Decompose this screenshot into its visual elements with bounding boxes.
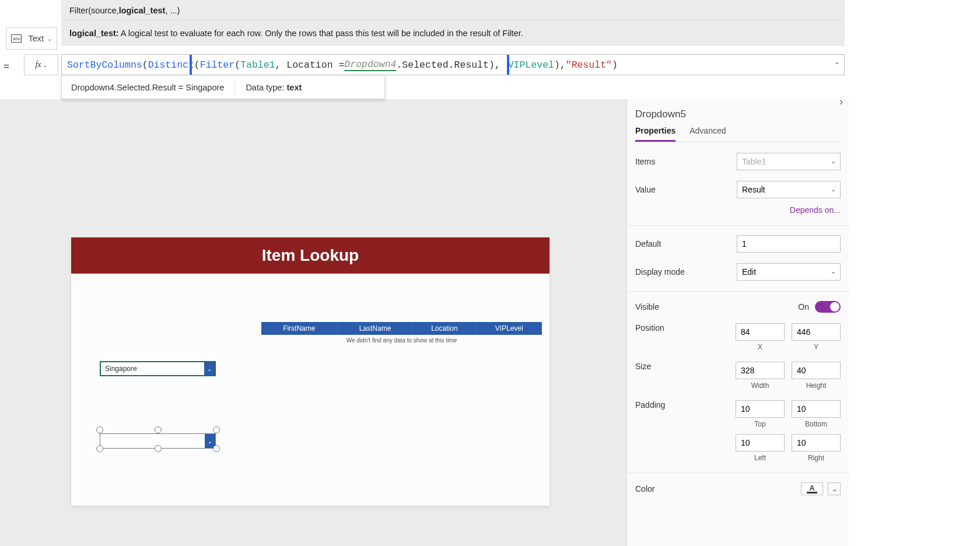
chevron-down-icon: ⌄ bbox=[47, 36, 52, 42]
visible-toggle[interactable] bbox=[815, 301, 841, 313]
visible-state: On bbox=[798, 302, 809, 312]
properties-panel: Dropdown5 Properties Advanced Items ⌄ Va… bbox=[626, 99, 849, 546]
divider bbox=[627, 473, 849, 473]
items-input[interactable] bbox=[737, 153, 841, 170]
fx-icon: fx bbox=[35, 60, 41, 69]
right-gutter bbox=[849, 0, 980, 546]
display-mode-select[interactable] bbox=[737, 263, 841, 281]
fx-button[interactable]: fx ⌄ bbox=[24, 54, 58, 75]
selection-handle[interactable] bbox=[155, 445, 162, 452]
sig-fn: Filter bbox=[69, 6, 88, 15]
property-selector[interactable]: Abc Text ⌄ bbox=[6, 27, 57, 50]
dropdown-location[interactable]: Singapore ⌄ bbox=[100, 361, 216, 376]
selection-handle[interactable] bbox=[96, 445, 103, 452]
intellisense-signature: Filter(source, logical_test, ...) bbox=[61, 0, 845, 21]
tab-advanced[interactable]: Advanced bbox=[690, 126, 726, 142]
formula-expand-chevron[interactable]: ⌄ bbox=[834, 58, 840, 66]
formula-bar[interactable]: SortByColumns(Distinct(Filter(Table1, Lo… bbox=[61, 54, 845, 75]
eval-expression: Dropdown4.Selected.Result = Singapore bbox=[71, 83, 224, 92]
text-icon: Abc bbox=[11, 34, 22, 43]
font-color-picker[interactable]: A bbox=[801, 482, 823, 495]
app-body: FirstName LastName Location VIPLevel We … bbox=[71, 274, 550, 506]
app-title: Item Lookup bbox=[71, 237, 550, 274]
padding-bottom-input[interactable] bbox=[792, 400, 841, 418]
size-height-input[interactable] bbox=[792, 362, 841, 379]
label-position: Position bbox=[635, 323, 664, 332]
selection-handle[interactable] bbox=[213, 426, 220, 433]
selected-control-name: Dropdown5 bbox=[635, 108, 841, 120]
label-visible: Visible bbox=[635, 302, 659, 312]
label-items: Items bbox=[635, 157, 655, 166]
label-value: Value bbox=[635, 185, 656, 194]
selection-handle[interactable] bbox=[213, 445, 220, 452]
col-firstname[interactable]: FirstName bbox=[261, 322, 337, 335]
eval-datatype: text bbox=[287, 83, 302, 92]
intellisense-hint: logical_test: A logical test to evaluate… bbox=[61, 21, 845, 46]
label-default: Default bbox=[635, 239, 661, 249]
chevron-down-icon: ⌄ bbox=[43, 62, 47, 68]
divider bbox=[235, 80, 235, 94]
default-input[interactable] bbox=[737, 235, 841, 253]
padding-left-input[interactable] bbox=[736, 434, 785, 452]
divider bbox=[627, 291, 849, 292]
col-viplevel[interactable]: VIPLevel bbox=[476, 322, 542, 335]
label-padding: Padding bbox=[635, 400, 665, 410]
position-x-input[interactable] bbox=[736, 323, 785, 341]
label-size: Size bbox=[635, 362, 651, 371]
col-lastname[interactable]: LastName bbox=[337, 322, 413, 335]
formula-result-bar: Dropdown4.Selected.Result = Singapore Da… bbox=[61, 76, 385, 99]
label-display-mode: Display mode bbox=[635, 267, 685, 276]
divider bbox=[627, 225, 849, 226]
app-screen: Item Lookup FirstName LastName Location … bbox=[71, 237, 550, 506]
padding-right-input[interactable] bbox=[792, 434, 841, 452]
equals-label: = bbox=[4, 61, 9, 72]
position-y-input[interactable] bbox=[792, 323, 841, 341]
color-more-button[interactable]: ⌄ bbox=[828, 482, 841, 495]
panel-expand-chevron[interactable]: › bbox=[839, 96, 843, 108]
table-empty-message: We didn't find any data to show at this … bbox=[261, 335, 542, 346]
svg-text:Abc: Abc bbox=[13, 36, 21, 41]
label-color: Color bbox=[635, 484, 654, 494]
data-table[interactable]: FirstName LastName Location VIPLevel We … bbox=[261, 322, 542, 346]
padding-top-input[interactable] bbox=[736, 400, 785, 418]
selection-handle[interactable] bbox=[155, 426, 162, 433]
depends-on-link[interactable]: Depends on... bbox=[635, 205, 841, 215]
col-location[interactable]: Location bbox=[413, 322, 476, 335]
value-select[interactable] bbox=[737, 181, 841, 198]
size-width-input[interactable] bbox=[736, 362, 785, 379]
selection-handle[interactable] bbox=[96, 426, 103, 433]
prop-tabs: Properties Advanced bbox=[635, 126, 841, 142]
tab-properties[interactable]: Properties bbox=[635, 126, 676, 142]
chevron-down-icon: ⌄ bbox=[204, 362, 215, 375]
sig-active-arg: logical_test bbox=[119, 6, 166, 15]
